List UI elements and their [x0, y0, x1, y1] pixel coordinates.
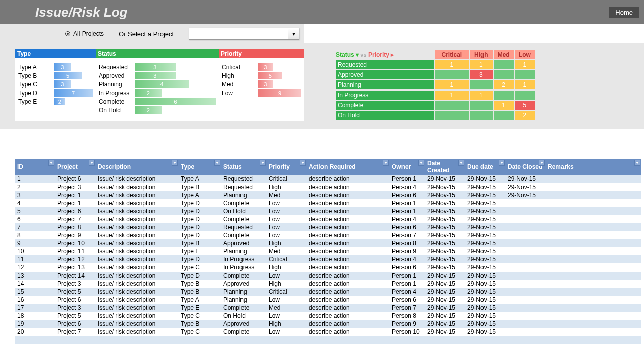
filter-dropdown-icon[interactable]: [634, 160, 640, 166]
cell-desc: Issue/ risk description: [96, 304, 179, 312]
cell-desc: Issue/ risk description: [96, 207, 179, 215]
filter-dropdown-icon[interactable]: [383, 160, 389, 166]
bar-value: 6: [135, 98, 216, 105]
filter-dropdown-icon[interactable]: [499, 160, 505, 166]
cell-desc: Issue/ risk description: [96, 183, 179, 191]
column-label: Type: [181, 163, 194, 170]
cell-id: 17: [15, 304, 55, 312]
matrix-priority-label: Priority ▸: [368, 51, 394, 58]
cell-due: 29-Nov-15: [465, 175, 506, 183]
cell-closed: [506, 231, 546, 239]
matrix-cell: [435, 101, 469, 110]
table-row[interactable]: 1Project 6Issue/ risk descriptionType AR…: [15, 175, 641, 183]
table-row[interactable]: 10Project 11Issue/ risk descriptionType …: [15, 247, 641, 255]
table-row[interactable]: 8Project 9Issue/ risk descriptionType DC…: [15, 231, 641, 239]
cell-desc: Issue/ risk description: [96, 280, 179, 288]
table-row[interactable]: 17Project 3Issue/ risk descriptionType E…: [15, 304, 641, 312]
table-row[interactable]: 11Project 12Issue/ risk descriptionType …: [15, 255, 641, 263]
column-label: Due date: [467, 163, 493, 170]
cell-project: Project 5: [55, 312, 96, 320]
cell-type: Type D: [179, 199, 221, 207]
all-projects-label: All Projects: [73, 30, 104, 37]
cell-desc: Issue/ risk description: [96, 175, 179, 183]
filter-dropdown-icon[interactable]: [300, 160, 306, 166]
table-row[interactable]: 2Project 3Issue/ risk descriptionType BR…: [15, 183, 641, 191]
cell-remarks: [546, 263, 641, 272]
column-header[interactable]: Date Closed: [506, 159, 546, 175]
matrix-row-head: Planning: [336, 80, 434, 89]
column-header[interactable]: Project: [55, 159, 96, 175]
cell-type: Type C: [179, 328, 221, 336]
cell-owner: Person 9: [390, 247, 425, 255]
column-header[interactable]: Date Created: [425, 159, 465, 175]
table-row[interactable]: 4Project 1Issue/ risk descriptionType DC…: [15, 199, 641, 207]
bar-row: Approved3: [99, 72, 216, 79]
filter-dropdown-icon[interactable]: [214, 160, 220, 166]
cell-id: 8: [15, 231, 55, 239]
table-row[interactable]: 3Project 1Issue/ risk descriptionType AP…: [15, 191, 641, 199]
column-header[interactable]: Description: [96, 159, 179, 175]
cell-due: 29-Nov-15: [465, 223, 506, 231]
filter-dropdown-icon[interactable]: [260, 160, 266, 166]
column-header[interactable]: Remarks: [546, 159, 641, 175]
table-row[interactable]: 15Project 5Issue/ risk descriptionType B…: [15, 288, 641, 296]
table-row[interactable]: 16Project 6Issue/ risk descriptionType A…: [15, 296, 641, 304]
filter-dropdown-icon[interactable]: [458, 160, 464, 166]
cell-type: Type B: [179, 280, 221, 288]
cell-due: 29-Nov-15: [465, 207, 506, 215]
matrix-cell: 1: [435, 90, 469, 100]
table-row[interactable]: 6Project 7Issue/ risk descriptionType DC…: [15, 215, 641, 223]
cell-closed: [506, 263, 546, 272]
filter-dropdown-icon[interactable]: [48, 160, 54, 166]
column-header[interactable]: ID: [15, 159, 55, 175]
filter-dropdown-icon[interactable]: [418, 160, 424, 166]
column-header[interactable]: Owner: [390, 159, 425, 175]
table-row[interactable]: 19Project 6Issue/ risk descriptionType B…: [15, 320, 641, 328]
table-row[interactable]: 7Project 8Issue/ risk descriptionType DR…: [15, 223, 641, 231]
all-projects-radio[interactable]: All Projects: [65, 30, 104, 37]
cell-closed: [506, 255, 546, 263]
cell-desc: Issue/ risk description: [96, 239, 179, 247]
cell-status: Planning: [221, 288, 267, 296]
column-header[interactable]: Type: [179, 159, 221, 175]
cell-prio: High: [267, 183, 307, 191]
charts-area: Type Type A3Type B5Type C3Type D7Type E2…: [0, 43, 644, 129]
cell-created: 29-Nov-15: [425, 320, 465, 328]
cell-type: Type C: [179, 263, 221, 272]
bar-value: 4: [135, 80, 189, 88]
cell-id: 13: [15, 272, 55, 280]
table-row[interactable]: 12Project 13Issue/ risk descriptionType …: [15, 263, 641, 272]
cell-status: Complete: [221, 199, 267, 207]
cell-owner: Person 10: [390, 328, 425, 336]
table-row[interactable]: 14Project 3Issue/ risk descriptionType B…: [15, 280, 641, 288]
table-row[interactable]: 5Project 6Issue/ risk descriptionType DO…: [15, 207, 641, 215]
cell-created: 29-Nov-15: [425, 239, 465, 247]
home-button[interactable]: Home: [609, 7, 639, 18]
cell-due: 29-Nov-15: [465, 304, 506, 312]
table-row[interactable]: 13Project 14Issue/ risk descriptionType …: [15, 272, 641, 280]
filter-dropdown-icon[interactable]: [89, 160, 95, 166]
table-row[interactable]: 18Project 5Issue/ risk descriptionType C…: [15, 312, 641, 320]
cell-type: Type D: [179, 255, 221, 263]
matrix-cell: [494, 90, 514, 100]
column-header[interactable]: Status: [221, 159, 267, 175]
cell-prio: High: [267, 239, 307, 247]
matrix-cell: 1: [494, 101, 514, 110]
cell-created: 29-Nov-15: [425, 175, 465, 183]
filter-dropdown-icon[interactable]: [172, 160, 178, 166]
cell-due: 29-Nov-15: [465, 263, 506, 272]
table-row[interactable]: 20Project 7Issue/ risk descriptionType C…: [15, 328, 641, 336]
cell-remarks: [546, 215, 641, 223]
bar-row: Low9: [222, 89, 301, 97]
cell-prio: Critical: [267, 175, 307, 183]
column-header[interactable]: Action Required: [307, 159, 390, 175]
cell-id: 15: [15, 288, 55, 296]
bar-value: 3: [258, 80, 273, 88]
table-row[interactable]: 9Project 10Issue/ risk descriptionType B…: [15, 239, 641, 247]
cell-project: Project 9: [55, 231, 96, 239]
column-header[interactable]: Due date: [465, 159, 506, 175]
column-header[interactable]: Priority: [267, 159, 307, 175]
cell-type: Type C: [179, 312, 221, 320]
project-select[interactable]: ▾: [189, 28, 299, 40]
filter-dropdown-icon[interactable]: [539, 160, 545, 166]
